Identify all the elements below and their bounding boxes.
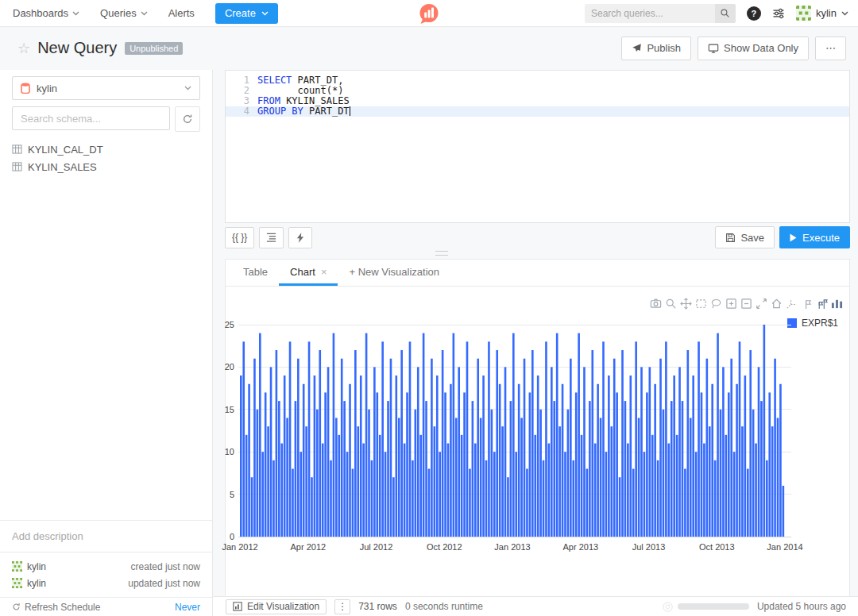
publish-button[interactable]: Publish xyxy=(621,37,691,60)
refresh-schedule-value[interactable]: Never xyxy=(175,602,200,613)
nav-search xyxy=(585,4,736,23)
tab-table[interactable]: Table xyxy=(232,260,279,286)
svg-text:Jan 2014: Jan 2014 xyxy=(767,542,802,552)
schema-table-kylin-cal-dt[interactable]: KYLIN_CAL_DT xyxy=(12,143,200,156)
chevron-down-icon xyxy=(261,11,269,16)
edit-visualization-icon xyxy=(233,602,242,611)
sql-editor-lines[interactable]: 1SELECT PART_DT,2 count(*)3FROM KYLIN_SA… xyxy=(226,75,849,117)
tab-new-visualization[interactable]: + New Visualization xyxy=(338,260,450,286)
add-description[interactable]: Add description xyxy=(0,521,212,552)
refresh-icon xyxy=(663,602,673,612)
format-icon xyxy=(266,233,276,242)
tab-chart[interactable]: Chart × xyxy=(279,260,338,286)
svg-text:0: 0 xyxy=(230,532,234,541)
svg-text:20: 20 xyxy=(225,362,234,372)
svg-text:Jan 2013: Jan 2013 xyxy=(494,542,530,552)
format-query-button[interactable] xyxy=(259,227,284,248)
save-button[interactable]: Save xyxy=(715,226,775,248)
create-button-label: Create xyxy=(225,7,256,19)
create-button[interactable]: Create xyxy=(215,3,278,24)
reset-axes-home-icon[interactable] xyxy=(771,298,783,310)
refresh-schedule[interactable]: Refresh Schedule xyxy=(12,602,100,613)
help-button[interactable]: ? xyxy=(747,6,761,21)
svg-text:Jul 2013: Jul 2013 xyxy=(632,542,666,552)
sql-editor[interactable]: 1SELECT PART_DT,2 count(*)3FROM KYLIN_SA… xyxy=(225,70,850,223)
schema-table-kylin-sales[interactable]: KYLIN_SALES xyxy=(12,160,200,173)
chevron-down-icon xyxy=(841,11,848,16)
refresh-icon xyxy=(182,114,193,125)
user-menu[interactable]: kylin xyxy=(796,6,848,21)
save-icon xyxy=(725,233,736,243)
top-nav: Dashboards Queries Alerts Create xyxy=(0,0,858,27)
zoom-in-icon[interactable] xyxy=(725,298,737,310)
meta-created-row: kylin created just now xyxy=(12,558,200,575)
zoom-icon[interactable] xyxy=(665,298,677,310)
svg-text:5: 5 xyxy=(230,490,234,499)
results-footer: Edit Visualization ⋮ 731 rows 0 seconds … xyxy=(213,596,858,616)
settings-sliders-icon[interactable] xyxy=(772,7,785,20)
search-button[interactable] xyxy=(715,4,736,23)
lightning-icon xyxy=(296,233,304,243)
user-name: kylin xyxy=(816,7,837,19)
last-updated: Updated 5 hours ago xyxy=(757,601,846,612)
refresh-icon xyxy=(12,603,21,611)
svg-text:15: 15 xyxy=(225,405,234,414)
visualization-more-button[interactable]: ⋮ xyxy=(334,599,350,614)
table-icon xyxy=(12,162,22,171)
close-tab-icon[interactable]: × xyxy=(321,266,327,278)
search-icon xyxy=(720,8,730,18)
favorite-star-icon[interactable]: ☆ xyxy=(17,40,30,57)
hover-closest-icon[interactable] xyxy=(801,298,813,310)
schema-search-input[interactable] xyxy=(12,106,170,130)
nav-dashboards[interactable]: Dashboards xyxy=(13,7,79,19)
camera-icon[interactable] xyxy=(650,298,662,310)
show-data-only-button[interactable]: Show Data Only xyxy=(698,37,809,60)
compare-hover-icon[interactable] xyxy=(816,298,828,310)
search-queries-input[interactable] xyxy=(585,4,715,23)
publish-plane-icon xyxy=(632,43,642,53)
box-select-icon[interactable] xyxy=(695,298,707,310)
edit-visualization-button[interactable]: Edit Visualization xyxy=(226,599,327,614)
datasource-select[interactable]: kylin xyxy=(12,76,200,100)
nav-queries-label: Queries xyxy=(100,7,137,19)
chevron-down-icon xyxy=(72,11,79,16)
schema-sidebar: kylin KYLIN_CAL_DT KYLIN_SALES Add descr… xyxy=(0,70,213,616)
nav-alerts[interactable]: Alerts xyxy=(168,7,195,19)
play-icon xyxy=(790,233,797,242)
plotly-logo-icon[interactable] xyxy=(831,298,843,310)
nav-queries[interactable]: Queries xyxy=(100,7,148,19)
autoscale-icon[interactable] xyxy=(756,298,767,310)
more-options-button[interactable]: ⋯ xyxy=(815,37,846,60)
redash-logo[interactable] xyxy=(419,3,439,25)
datasource-name: kylin xyxy=(37,83,57,94)
pan-icon[interactable] xyxy=(680,298,692,310)
chevron-down-icon xyxy=(141,11,148,16)
autocomplete-toggle-button[interactable] xyxy=(288,227,312,248)
toggle-spikelines-icon[interactable] xyxy=(786,298,798,310)
database-icon xyxy=(21,83,30,94)
resize-grip[interactable] xyxy=(435,251,448,256)
nav-dashboards-label: Dashboards xyxy=(13,7,68,19)
execute-button[interactable]: Execute xyxy=(779,226,850,248)
page-title: New Query xyxy=(37,39,117,57)
plotly-modebar xyxy=(650,298,843,310)
svg-text:Jan 2012: Jan 2012 xyxy=(222,542,257,552)
avatar xyxy=(12,578,22,588)
svg-text:10: 10 xyxy=(225,447,234,456)
bar-chart[interactable]: 0510152025Jan 2012Apr 2012Jul 2012Oct 20… xyxy=(226,310,851,558)
svg-text:Apr 2013: Apr 2013 xyxy=(562,542,598,552)
add-parameter-button[interactable]: {{ }} xyxy=(225,227,254,248)
lasso-select-icon[interactable] xyxy=(710,298,722,310)
svg-text:25: 25 xyxy=(225,320,234,329)
schema-refresh-button[interactable] xyxy=(175,106,200,132)
zoom-out-icon[interactable] xyxy=(740,298,752,310)
schema-table-list: KYLIN_CAL_DT KYLIN_SALES xyxy=(12,143,200,173)
visualization-tabs: Table Chart × + New Visualization xyxy=(226,260,849,287)
avatar xyxy=(12,561,22,572)
unpublished-badge: Unpublished xyxy=(125,42,183,55)
visualization-panel: Table Chart × + New Visualization EXPR$1… xyxy=(225,259,850,597)
background-refresh-indicator xyxy=(663,602,749,612)
svg-text:Oct 2012: Oct 2012 xyxy=(427,542,462,552)
svg-text:Apr 2012: Apr 2012 xyxy=(290,542,326,552)
nav-alerts-label: Alerts xyxy=(168,7,195,19)
